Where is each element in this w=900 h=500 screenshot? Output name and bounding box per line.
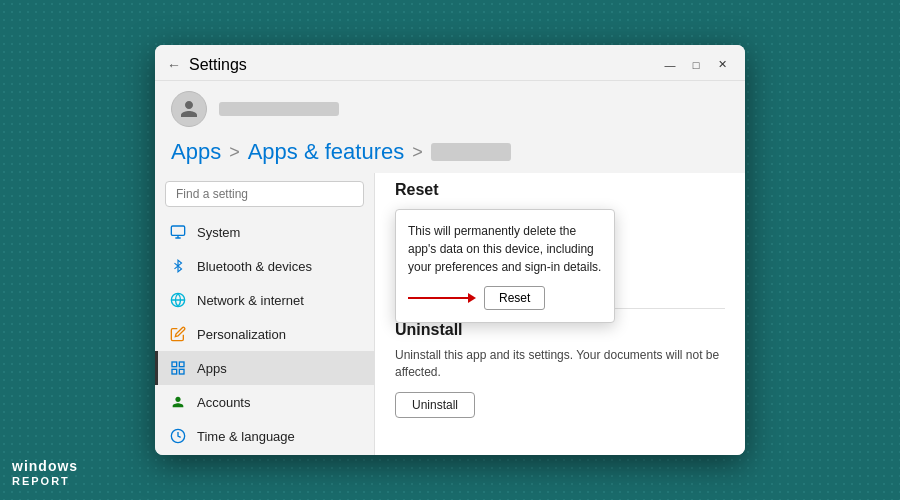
back-button[interactable]: ← xyxy=(167,57,181,73)
tooltip-reset-button[interactable]: Reset xyxy=(484,286,545,310)
sidebar-label-accounts: Accounts xyxy=(197,395,250,410)
tooltip-footer: Reset xyxy=(408,286,602,310)
breadcrumb-sep-1: > xyxy=(229,142,240,163)
title-bar-left: ← Settings xyxy=(167,56,247,74)
window-controls: — □ ✕ xyxy=(659,56,733,74)
breadcrumb-apps-features[interactable]: Apps & features xyxy=(248,139,405,165)
sidebar-label-bluetooth: Bluetooth & devices xyxy=(197,259,312,274)
avatar xyxy=(171,91,207,127)
watermark-line2: report xyxy=(12,475,78,488)
close-button[interactable]: ✕ xyxy=(711,56,733,74)
reset-section: Reset can try to repair it. The app's da… xyxy=(395,181,725,300)
sidebar-item-system[interactable]: System xyxy=(155,215,374,249)
network-icon xyxy=(169,291,187,309)
svg-rect-0 xyxy=(171,226,184,235)
settings-window: ← Settings — □ ✕ Apps > Apps & features … xyxy=(155,45,745,455)
svg-rect-5 xyxy=(179,369,184,374)
breadcrumb-sep-2: > xyxy=(412,142,423,163)
sidebar-item-personalization[interactable]: Personalization xyxy=(155,317,374,351)
title-bar: ← Settings — □ ✕ xyxy=(155,45,745,81)
sidebar-label-system: System xyxy=(197,225,240,240)
watermark: windows report xyxy=(12,458,78,488)
uninstall-desc: Uninstall this app and its settings. You… xyxy=(395,347,725,381)
main-content: System Bluetooth & devices Network & int… xyxy=(155,173,745,455)
uninstall-title: Uninstall xyxy=(395,321,725,339)
arrow-line xyxy=(408,297,468,299)
sidebar-item-apps[interactable]: Apps xyxy=(155,351,374,385)
reset-title: Reset xyxy=(395,181,725,199)
sidebar: System Bluetooth & devices Network & int… xyxy=(155,173,375,455)
sidebar-label-time: Time & language xyxy=(197,429,295,444)
sidebar-item-network[interactable]: Network & internet xyxy=(155,283,374,317)
arrow-head xyxy=(468,293,476,303)
content-panel: Reset can try to repair it. The app's da… xyxy=(375,173,745,455)
arrow-indicator xyxy=(408,293,476,303)
personalization-icon xyxy=(169,325,187,343)
sidebar-item-time[interactable]: Time & language xyxy=(155,419,374,453)
sidebar-label-network: Network & internet xyxy=(197,293,304,308)
search-input[interactable] xyxy=(165,181,364,207)
breadcrumb-app-name xyxy=(431,143,511,161)
sidebar-item-accounts[interactable]: Accounts xyxy=(155,385,374,419)
tooltip-popup: This will permanently delete the app's d… xyxy=(395,209,615,323)
breadcrumb: Apps > Apps & features > xyxy=(155,135,745,173)
svg-rect-2 xyxy=(172,362,177,367)
window-title: Settings xyxy=(189,56,247,74)
sidebar-item-bluetooth[interactable]: Bluetooth & devices xyxy=(155,249,374,283)
time-icon xyxy=(169,427,187,445)
uninstall-button[interactable]: Uninstall xyxy=(395,392,475,418)
watermark-line1: windows xyxy=(12,458,78,475)
svg-rect-4 xyxy=(172,369,177,374)
minimize-button[interactable]: — xyxy=(659,56,681,74)
user-name xyxy=(219,102,339,116)
tooltip-text: This will permanently delete the app's d… xyxy=(408,222,602,276)
sidebar-label-apps: Apps xyxy=(197,361,227,376)
apps-icon xyxy=(169,359,187,377)
svg-rect-3 xyxy=(179,362,184,367)
sidebar-label-personalization: Personalization xyxy=(197,327,286,342)
maximize-button[interactable]: □ xyxy=(685,56,707,74)
system-icon xyxy=(169,223,187,241)
header-area xyxy=(155,81,745,135)
accounts-icon xyxy=(169,393,187,411)
uninstall-section: Uninstall Uninstall this app and its set… xyxy=(395,321,725,435)
bluetooth-icon xyxy=(169,257,187,275)
breadcrumb-apps[interactable]: Apps xyxy=(171,139,221,165)
